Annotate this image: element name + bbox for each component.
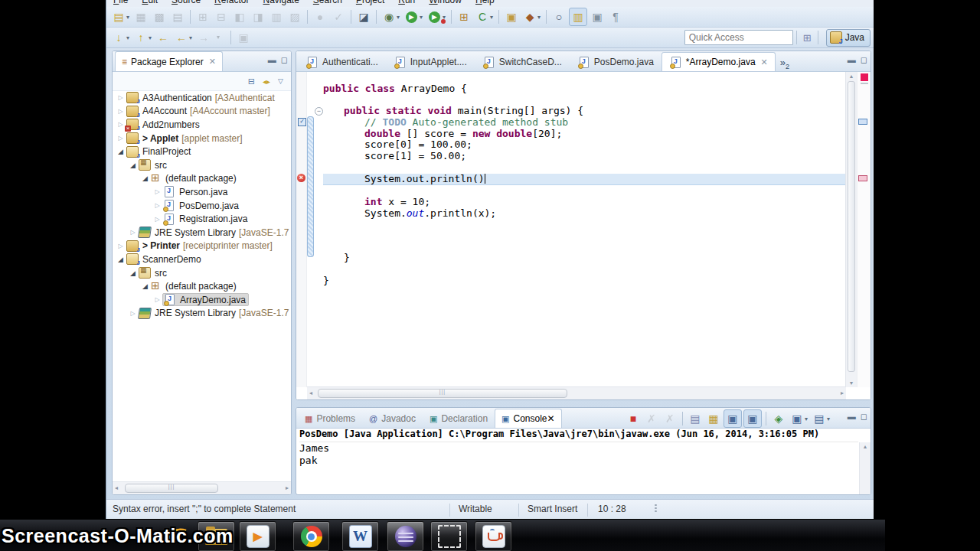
expanded-arrow-icon[interactable]: ◢	[116, 256, 126, 263]
code-line[interactable]: public static void main(String[] args) {	[323, 106, 846, 117]
code-line[interactable]	[323, 95, 846, 106]
tree-item[interactable]: ▷> Applet[applet master]	[113, 132, 291, 145]
collapsed-arrow-icon[interactable]: ▷	[128, 310, 138, 317]
collapsed-arrow-icon[interactable]: ▷	[152, 296, 162, 303]
last-edit-location-button[interactable]: ↓▾	[110, 29, 131, 46]
minimize-icon[interactable]: ▬	[848, 55, 856, 65]
overview-error-indicator[interactable]	[861, 73, 868, 81]
new-class-button[interactable]: C▾	[474, 8, 495, 25]
back-history-button[interactable]: ←▾	[173, 29, 194, 46]
minimize-icon[interactable]: ▬	[848, 412, 856, 422]
back-button[interactable]: ←	[155, 29, 172, 46]
code-line[interactable]: }	[323, 253, 846, 264]
close-icon[interactable]: ✕	[547, 413, 555, 424]
tree-item[interactable]: ◢src	[113, 266, 291, 280]
java-perspective-button[interactable]: Java	[826, 29, 871, 47]
menu-search[interactable]: Search	[306, 0, 349, 5]
expanded-arrow-icon[interactable]: ◢	[128, 161, 138, 169]
tree-item[interactable]: ◢src	[113, 158, 291, 172]
collapsed-arrow-icon[interactable]: ▷	[152, 188, 162, 195]
show-whitespace-button[interactable]: ¶	[607, 8, 624, 25]
console-tab-console[interactable]: ▣Console✕	[495, 409, 562, 428]
package-explorer-hscrollbar[interactable]: ◂ ▸	[113, 481, 291, 494]
tree-item-content[interactable]: PosDemo.java	[162, 200, 241, 211]
collapse-all-icon[interactable]: ⊟	[248, 77, 255, 86]
mark-occurrences-pencil-button[interactable]: ◪	[355, 8, 372, 25]
collapsed-arrow-icon[interactable]: ▷	[116, 243, 126, 249]
overview-error-marker[interactable]	[858, 175, 867, 181]
quick-access-input[interactable]	[684, 30, 793, 45]
expanded-arrow-icon[interactable]: ◢	[128, 269, 138, 277]
menu-file[interactable]: File	[106, 0, 135, 5]
collapsed-arrow-icon[interactable]: ▷	[116, 94, 126, 101]
display-console-button[interactable]: ▣▾	[789, 410, 809, 427]
menu-help[interactable]: Help	[469, 0, 501, 5]
tree-item-content[interactable]: > Printer[receiptprinter master]	[126, 240, 275, 252]
console-tab-javadoc[interactable]: @Javadoc	[362, 409, 423, 428]
editor-tab[interactable]: SwitchCaseD...	[475, 52, 570, 71]
new-annotation-wizard-button[interactable]: ▨	[286, 8, 303, 25]
code-line[interactable]: }	[323, 276, 846, 287]
tree-item-content[interactable]: src	[138, 267, 169, 279]
menu-run[interactable]: Run	[391, 0, 422, 5]
toggle-mark-occurrences-button[interactable]: ▥	[569, 8, 587, 26]
close-icon[interactable]: ✕	[209, 57, 216, 67]
tree-item[interactable]: ◢(default package)	[113, 172, 291, 186]
editor-tab[interactable]: InputApplet....	[386, 52, 475, 71]
dropdown-arrow-icon[interactable]: ▾	[420, 14, 423, 21]
tree-item-content[interactable]: (default package)	[150, 281, 239, 292]
previous-annotation-button[interactable]: ↑▾	[132, 29, 153, 46]
code-line[interactable]: public class ArrayDemo {	[323, 83, 846, 95]
code-editor[interactable]: ✓ × − public class ArrayDemo { public st…	[296, 72, 871, 399]
minimize-icon[interactable]: ▬	[268, 55, 276, 65]
tree-item[interactable]: ▷A3Authentication[A3Authenticat	[113, 91, 291, 105]
task-marker-icon[interactable]: ✓	[298, 118, 306, 126]
view-menu-icon[interactable]: ▽	[278, 77, 283, 85]
code-line[interactable]: // TODO Auto-generated method stub	[323, 117, 846, 129]
tree-item[interactable]: ▷Registration.java	[113, 212, 291, 226]
maximize-icon[interactable]: ◻	[861, 412, 867, 422]
code-line[interactable]: double [] score = new double[20];	[323, 129, 846, 140]
tree-item-content[interactable]: src	[138, 159, 169, 171]
collapsed-arrow-icon[interactable]: ▷	[116, 135, 126, 142]
collapsed-arrow-icon[interactable]: ▷	[152, 216, 162, 223]
expanded-arrow-icon[interactable]: ◢	[116, 148, 126, 155]
scroll-up-icon[interactable]: ▲	[860, 444, 871, 449]
scroll-left-icon[interactable]: ◂	[309, 390, 312, 396]
search-button[interactable]: ○	[550, 8, 567, 25]
run-external-button[interactable]: ▶▾	[426, 8, 447, 25]
tree-item[interactable]: ▷PosDemo.java	[113, 199, 291, 213]
code-lines[interactable]: public class ArrayDemo { public static v…	[323, 83, 846, 286]
dropdown-arrow-icon[interactable]: ▾	[189, 34, 192, 41]
editor-vscrollbar[interactable]: ▲ ▼	[845, 72, 857, 387]
tree-item[interactable]: ◢FinalProject	[113, 145, 291, 158]
code-line[interactable]: score[1] = 50.00;	[323, 151, 846, 162]
collapsed-arrow-icon[interactable]: ▷	[116, 108, 126, 115]
dropdown-arrow-icon[interactable]: ▾	[537, 14, 541, 21]
debug-button[interactable]: ◉▾	[381, 8, 401, 25]
console-tab-problems[interactable]: ▦Problems	[298, 409, 362, 428]
dropdown-arrow-icon[interactable]: ▾	[149, 34, 152, 41]
new-wizard-button[interactable]: ▤▾	[110, 8, 131, 25]
tree-item-content[interactable]: (default package)	[150, 173, 239, 184]
print-button[interactable]: ▤	[169, 8, 186, 25]
menu-edit[interactable]: Edit	[135, 0, 165, 5]
tree-item-content[interactable]: Add2numbers	[126, 119, 202, 130]
tree-item-content[interactable]: A4Account[A4Account master]	[126, 106, 273, 117]
editor-tab[interactable]: PosDemo.java	[570, 52, 662, 71]
dropdown-arrow-icon[interactable]: ▾	[805, 416, 808, 422]
scroll-lock-button[interactable]: ▦	[705, 410, 722, 427]
menu-window[interactable]: Window	[422, 0, 469, 5]
save-button[interactable]: ▦	[132, 8, 149, 25]
expanded-arrow-icon[interactable]: ◢	[140, 282, 150, 290]
tree-item-content[interactable]: JRE System Library[JavaSE-1.7	[138, 308, 291, 319]
new-enum-wizard-button[interactable]: ▥	[268, 8, 285, 25]
new-class-wizard-button[interactable]: ◧	[231, 8, 248, 25]
tree-item-content[interactable]: FinalProject	[126, 146, 193, 158]
save-all-button[interactable]: ▩	[151, 8, 168, 25]
fold-collapse-icon[interactable]: −	[315, 107, 323, 116]
forward-button[interactable]: →▾	[195, 29, 227, 46]
expanded-arrow-icon[interactable]: ◢	[140, 174, 150, 182]
open-console-button[interactable]: ▤▾	[811, 410, 831, 427]
chrome-button[interactable]	[292, 521, 330, 551]
